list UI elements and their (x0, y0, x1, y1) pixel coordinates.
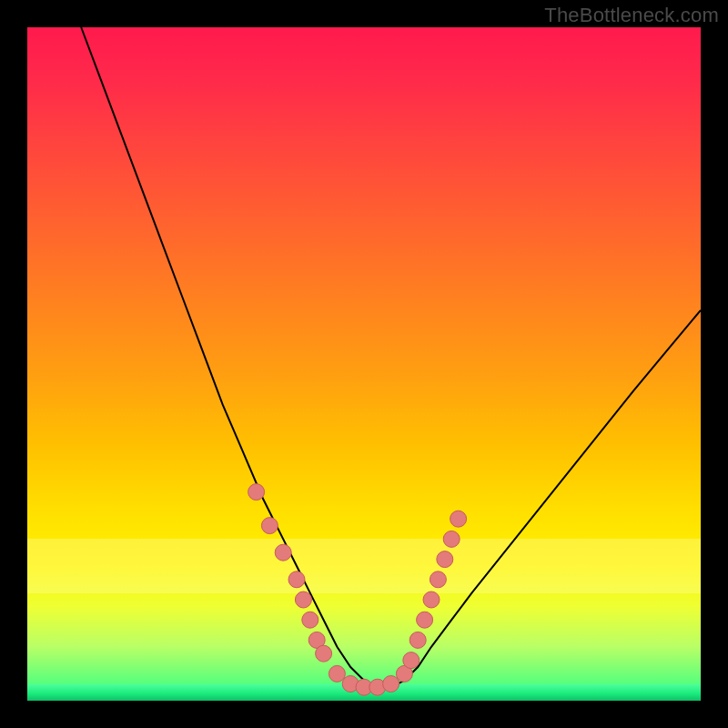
curve-marker (437, 551, 453, 568)
curve-marker (295, 592, 311, 608)
curve-marker (302, 612, 318, 628)
curve-marker (261, 518, 278, 534)
curve-marker (316, 645, 332, 662)
curve-marker (450, 511, 467, 527)
chart-frame: TheBottleneck.com (0, 0, 728, 728)
watermark-text: TheBottleneck.com (544, 4, 719, 27)
curve-marker (288, 571, 305, 588)
curve-layer (27, 27, 701, 701)
curve-marker (410, 632, 426, 648)
curve-marker (417, 612, 433, 628)
marker-group (248, 484, 467, 696)
curve-marker (248, 484, 265, 500)
curve-marker (383, 676, 399, 693)
curve-marker (423, 592, 440, 608)
curve-marker (430, 571, 446, 588)
curve-marker (403, 652, 420, 669)
bottleneck-curve (81, 27, 701, 687)
curve-marker (329, 665, 345, 682)
curve-marker (275, 544, 291, 561)
curve-marker (443, 531, 460, 547)
